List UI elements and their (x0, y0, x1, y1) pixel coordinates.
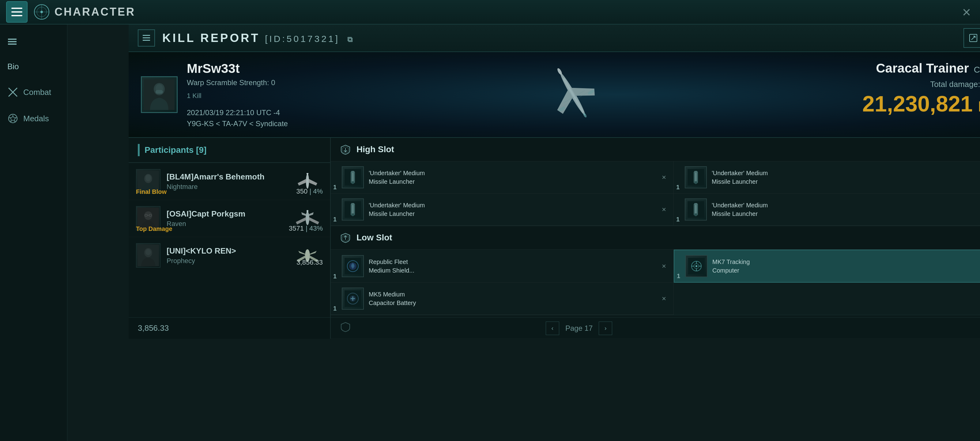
sidebar-item-menu[interactable] (0, 30, 67, 53)
fit-item-high-3[interactable]: 1 'Undertaker' Medium Missi (331, 194, 674, 226)
svg-rect-59 (351, 203, 354, 205)
svg-rect-66 (695, 205, 697, 213)
svg-rect-6 (8, 41, 16, 42)
participant-2-badge: Top Damage (136, 225, 172, 232)
high-slot-icon (339, 143, 352, 156)
fit-item-high-4-name: 'Undertaker' Medium Missile Launcher (712, 201, 980, 218)
missile-launcher-icon-2 (687, 169, 704, 186)
pilot-info: MrSw33t Warp Scramble Strength: 0 1 Kill… (187, 61, 288, 128)
fit-item-high-3-qty: 1 (333, 216, 337, 223)
tracking-computer-icon (688, 258, 705, 274)
total-damage-label: Total damage: (930, 80, 980, 89)
low-slot-icon (339, 231, 352, 244)
participants-list: [BL4M]Amarr's Behemoth Nightmare (129, 163, 330, 339)
fit-item-high-4-icon (685, 199, 707, 221)
low-slot-items: 1 Republic Fleet Medium Shi (331, 250, 980, 315)
hamburger-icon (11, 8, 22, 16)
isk-label: ISK (978, 98, 980, 115)
svg-point-34 (307, 173, 309, 175)
ship-name-line: Caracal Trainer Cruiser (862, 61, 980, 76)
fit-item-low-1[interactable]: 1 Republic Fleet Medium Shi (331, 250, 674, 283)
bottom-bar: 3,856.33 ‹ Page 17 › (129, 317, 980, 339)
participant-2-stats: 3571 | 43% (289, 224, 323, 232)
top-menu-button[interactable] (6, 1, 27, 23)
svg-rect-54 (694, 171, 697, 173)
svg-point-40 (305, 212, 309, 225)
fit-item-high-4[interactable]: 1 'Undertaker' Medium Missi (674, 194, 980, 226)
svg-point-32 (145, 175, 151, 181)
modal-title: KILL REPORT [ID:5017321] ⧉ (162, 32, 354, 45)
kill-location: Y9G-KS < TA-A7V < Syndicate (187, 119, 288, 128)
next-page-button[interactable]: › (599, 322, 612, 335)
fit-item-high-1-remove[interactable]: × (660, 172, 667, 183)
participants-title: Participants [9] (145, 145, 207, 155)
svg-rect-56 (695, 173, 697, 181)
participant-1-damage: 350 (296, 188, 308, 195)
isk-amount: 21,230,821 (862, 92, 973, 116)
modal-menu-button[interactable] (138, 29, 155, 46)
participant-item[interactable]: [UNI]<KYLO REN> Prophecy (129, 237, 330, 274)
fit-item-low-1-icon (342, 255, 364, 277)
fit-item-low-1-remove[interactable]: × (660, 261, 667, 272)
fit-item-high-3-icon (342, 199, 364, 221)
fit-item-high-1[interactable]: 1 'Undertaker' Medium Missi (331, 161, 674, 194)
svg-rect-64 (694, 203, 697, 205)
fit-item-low-2[interactable]: 1 (674, 250, 980, 283)
vitruvian-icon (34, 4, 49, 20)
fit-item-high-2[interactable]: 1 'Undertaker' Medium Missi (674, 161, 980, 194)
sidebar-item-medals-label: Medals (23, 114, 49, 123)
sidebar-item-bio[interactable]: Bio (0, 56, 67, 78)
participant-item[interactable]: [OSAI]Capt Porkgsm Raven (129, 200, 330, 237)
svg-rect-51 (352, 173, 354, 181)
fit-item-high-2-qty: 1 (676, 184, 679, 191)
pilot-kill-count: 1 Kill (187, 92, 288, 100)
svg-point-36 (144, 211, 152, 220)
prev-page-button[interactable]: ‹ (546, 322, 559, 335)
app-close-button[interactable]: × (962, 4, 971, 21)
fit-item-high-3-remove[interactable]: × (660, 204, 667, 215)
participants-panel: Participants [9] (129, 138, 331, 339)
participant-1-name: [BL4M]Amarr's Behemoth (167, 172, 286, 181)
kill-datetime: 2021/03/19 22:21:10 UTC -4 (187, 108, 288, 117)
svg-point-60 (351, 213, 354, 216)
participant-1-stats: 350 | 4% (296, 188, 323, 196)
participant-2-pct: 43% (309, 224, 323, 232)
bottom-value: 3,856.33 (138, 323, 169, 333)
sidebar-item-bio-label: Bio (7, 62, 19, 72)
participant-3-ship: Prophecy (167, 257, 286, 265)
participant-3-name: [UNI]<KYLO REN> (167, 246, 286, 256)
fit-item-low-3-remove[interactable]: × (660, 293, 667, 304)
kill-info-section: MrSw33t Warp Scramble Strength: 0 1 Kill… (129, 52, 980, 138)
svg-rect-21 (156, 90, 163, 94)
high-slot-items: 1 'Undertaker' Medium Missi (331, 161, 980, 226)
participant-2-ship: Raven (167, 220, 286, 228)
participant-2-details: [OSAI]Capt Porkgsm Raven (167, 209, 286, 228)
participant-1-badge: Final Blow (136, 188, 167, 196)
fit-item-low-3-qty: 1 (333, 305, 337, 312)
fit-item-low-3-name: MK5 Medium Capacitor Battery (369, 290, 656, 307)
fit-item-low-3-icon (342, 288, 364, 310)
fit-item-low-3[interactable]: 1 MK5 Me (331, 283, 674, 315)
high-slot-shield-icon (340, 144, 351, 155)
copy-icon[interactable]: ⧉ (347, 35, 354, 43)
low-slot-header: Low Slot (331, 226, 980, 250)
svg-point-79 (695, 265, 697, 267)
isk-line: 21,230,821 ISK (862, 93, 980, 115)
svg-point-33 (306, 174, 309, 189)
sidebar-item-medals[interactable]: Medals (0, 107, 67, 130)
participant-2-damage: 3571 (289, 224, 304, 232)
high-slot-section: High Slot 1 (331, 138, 980, 226)
participant-item[interactable]: [BL4M]Amarr's Behemoth Nightmare (129, 163, 330, 200)
app-title: CHARACTER (54, 5, 135, 18)
kill-info-right: Caracal Trainer Cruiser Total damage: 82… (862, 61, 980, 129)
high-slot-header: High Slot (331, 138, 980, 161)
participant-1-ship: Nightmare (167, 183, 286, 191)
missile-launcher-icon (345, 169, 361, 186)
menu-icon (7, 37, 17, 46)
svg-rect-14 (143, 40, 150, 41)
low-slot-shield-icon (340, 232, 351, 243)
sidebar-item-combat[interactable]: Combat (0, 81, 67, 104)
fit-item-low-2-name: MK7 Tracking Computer (712, 258, 980, 275)
modal-hamburger-icon (142, 34, 151, 42)
export-button[interactable] (964, 28, 980, 48)
